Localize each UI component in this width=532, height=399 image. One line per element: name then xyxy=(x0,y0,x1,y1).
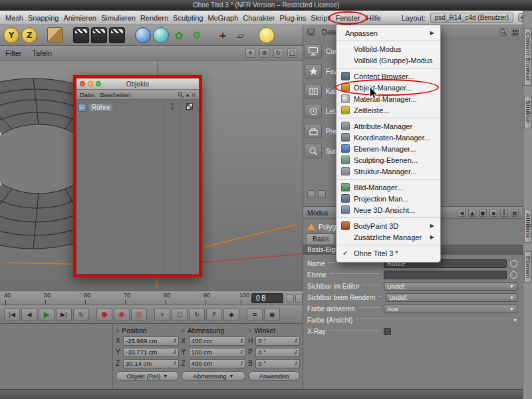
menu-item-neue-3d-ansicht[interactable]: Neue 3D-Ansicht... xyxy=(336,204,440,215)
record-rotation-button[interactable]: ↻ xyxy=(189,308,205,321)
position-mode-dropdown[interactable]: Objekt (Rel)▼ xyxy=(116,371,179,381)
menu-item-sculpting-ebenen[interactable]: Sculpting-Ebenen... xyxy=(336,154,440,166)
layout-selector[interactable]: psd_R14_c4d (Benutzer) xyxy=(430,13,513,23)
rotation-h-field[interactable]: 0 °↕ xyxy=(255,336,300,346)
menu-item-vollbild-modus[interactable]: Vollbild-Modus xyxy=(336,43,440,55)
menu-item-ohne-titel-3[interactable]: ✓Ohne Titel 3 * xyxy=(336,247,440,259)
keyframe-selection-button[interactable]: ≡ xyxy=(247,308,263,321)
menu-plugins[interactable]: Plug-ins xyxy=(280,14,307,22)
menu-fenster[interactable]: Fenster xyxy=(329,11,366,25)
pan-view-icon[interactable]: + xyxy=(245,48,255,58)
tab-ebenen[interactable]: Ebenen xyxy=(524,251,532,283)
play-button[interactable]: ▶ xyxy=(39,308,55,321)
record-filter-button[interactable]: ◎ xyxy=(131,308,147,321)
next-frame-button[interactable]: ▶| xyxy=(56,308,72,321)
menu-hilfe[interactable]: Hilfe xyxy=(366,14,381,22)
rotate-view-icon[interactable]: ↻ xyxy=(273,48,283,58)
objekte-titlebar[interactable]: Objekte xyxy=(76,78,199,90)
timeline-zoom-icon[interactable] xyxy=(287,294,294,303)
menu-item-koordinaten-manager[interactable]: Koordinaten-Manager... xyxy=(336,132,440,143)
browser-item-computer[interactable]: Com xyxy=(305,43,340,60)
axis-icon[interactable]: + xyxy=(215,27,231,43)
objekte-list[interactable]: Röhre xyxy=(76,100,199,274)
position-z-field[interactable]: 30.14 cm↕ xyxy=(123,359,179,368)
simulation-gear-icon[interactable]: ⚙ xyxy=(189,27,205,43)
filter-icon[interactable]: ▦ xyxy=(511,209,519,217)
stepper-icon[interactable]: ↕ xyxy=(293,349,298,355)
size-mode-dropdown[interactable]: Abmessung▼ xyxy=(182,371,246,381)
object-row-roehre[interactable]: Röhre xyxy=(78,102,112,112)
sichtbar-editor-dropdown[interactable]: Undef.▼ xyxy=(384,282,517,291)
menu-mograph[interactable]: MoGraph xyxy=(207,14,238,22)
timeline-mode-button[interactable]: ▣ xyxy=(264,308,280,321)
menu-item-anpassen[interactable]: Anpassen▶ xyxy=(336,27,440,39)
menu-item-struktur-manager[interactable]: Struktur-Manager... xyxy=(336,166,440,177)
menu-skript[interactable]: Skript xyxy=(311,14,329,22)
browser-view-list-icon[interactable] xyxy=(318,190,326,198)
undo-icon[interactable]: Y xyxy=(3,27,19,43)
menu-item-zeitleiste[interactable]: Zeitleiste... xyxy=(336,104,440,116)
menu-item-bild-manager[interactable]: Bild-Manager... xyxy=(336,182,440,193)
browser-item-letzte[interactable]: Letzt xyxy=(305,102,340,120)
tab-filter[interactable]: Filter xyxy=(5,49,21,57)
sichtbar-rendern-dropdown[interactable]: Undef.▼ xyxy=(386,293,517,302)
attr-menu-modus[interactable]: Modus xyxy=(307,209,329,217)
back-icon[interactable]: ◀ xyxy=(458,209,466,217)
ebene-input[interactable] xyxy=(384,271,507,279)
menu-item-material-manager[interactable]: Material-Manager... xyxy=(336,93,440,104)
menu-sculpting[interactable]: Sculpting xyxy=(173,14,203,22)
menu-item-attribute-manager[interactable]: Attribute-Manager xyxy=(336,120,440,132)
view-options-icon[interactable] xyxy=(511,28,519,36)
tab-tafeln[interactable]: Tafeln xyxy=(32,49,51,57)
menu-item-bodypaint-3d[interactable]: BodyPaint 3D▶ xyxy=(336,220,440,231)
stepper-icon[interactable]: ↕ xyxy=(239,338,243,344)
menu-charakter[interactable]: Charakter xyxy=(243,14,275,22)
stepper-icon[interactable]: ↕ xyxy=(293,338,298,344)
tab-attribute[interactable]: Attribute xyxy=(524,209,532,243)
menu-snapping[interactable]: Snapping xyxy=(28,14,59,22)
apply-button[interactable]: Anwenden xyxy=(248,371,300,381)
rotation-b-field[interactable]: 0 °↕ xyxy=(255,359,300,368)
current-frame-field[interactable]: 0 B xyxy=(251,293,283,303)
record-pla-button[interactable]: ◆ xyxy=(223,308,239,321)
menu-item-objekt-manager[interactable]: Objekt-Manager... xyxy=(336,82,440,93)
browser-view-grid-icon[interactable] xyxy=(307,190,315,198)
cube-icon[interactable] xyxy=(47,27,63,43)
object-name[interactable]: Röhre xyxy=(89,104,112,111)
stepper-icon[interactable]: ↕ xyxy=(293,360,298,366)
position-x-field[interactable]: -25.969 cm↕ xyxy=(123,336,179,346)
search-plus-icon[interactable] xyxy=(499,28,507,36)
loop-button[interactable]: ↻ xyxy=(73,308,89,321)
stepper-icon[interactable]: ↕ xyxy=(172,360,177,366)
size-y-field[interactable]: 100 cm↕ xyxy=(189,348,246,357)
record-position-button[interactable]: + xyxy=(154,308,170,321)
stepper-icon[interactable]: ↕ xyxy=(239,360,243,366)
redo-icon[interactable]: Z xyxy=(21,27,37,43)
menu-item-content-browser[interactable]: Content Browser... xyxy=(336,70,440,82)
phong-tag-icon[interactable] xyxy=(186,103,193,110)
chevron-down-icon[interactable]: ▼ xyxy=(513,318,517,323)
search-icon[interactable]: ● xyxy=(479,209,487,217)
timeline-options-icon[interactable] xyxy=(295,294,303,303)
xray-checkbox[interactable] xyxy=(384,328,391,335)
menu-rendern[interactable]: Rendern xyxy=(140,14,168,22)
objekte-menu-bearbeiten[interactable]: Bearbeiten xyxy=(100,91,130,98)
light-icon[interactable] xyxy=(259,27,275,43)
up-icon[interactable]: ▲ xyxy=(468,209,476,217)
field-options-icon[interactable] xyxy=(510,260,517,267)
menu-item-vollbild-gruppe-modus[interactable]: Vollbild (Gruppe)-Modus xyxy=(336,55,440,66)
tab-basis[interactable]: Basis xyxy=(306,233,335,244)
visibility-dots-icon[interactable] xyxy=(171,103,174,110)
rotation-p-field[interactable]: 0 °↕ xyxy=(255,348,300,357)
tab-struktur[interactable]: Struktur xyxy=(524,96,532,128)
menu-mesh[interactable]: Mesh xyxy=(5,14,23,22)
farbe-aktivieren-dropdown[interactable]: Aus▼ xyxy=(384,305,517,313)
position-y-field[interactable]: -30.771 cm↕ xyxy=(123,348,179,357)
record-parameter-button[interactable]: P xyxy=(206,308,222,321)
home-icon[interactable]: ⌂ xyxy=(192,91,196,98)
render-view-icon[interactable] xyxy=(73,27,89,43)
render-settings-icon[interactable] xyxy=(109,27,125,43)
menu-item-zusaetzliche-manager[interactable]: Zusätzliche Manager▶ xyxy=(336,231,440,243)
lock-icon[interactable]: ▪ xyxy=(489,209,497,217)
mograph-flower-icon[interactable]: ✿ xyxy=(171,27,187,43)
